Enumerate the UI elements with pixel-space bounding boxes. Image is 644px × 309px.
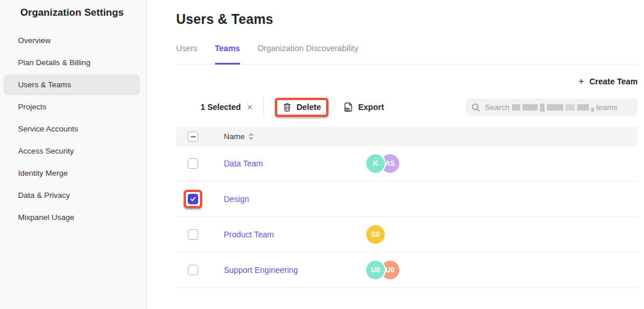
plus-icon: + [578, 77, 584, 86]
member-avatars: S0 [366, 225, 385, 244]
page-title: Users & Teams [176, 12, 638, 27]
redacted-text-block [577, 104, 589, 111]
sidebar-item-overview[interactable]: Overview [3, 30, 140, 51]
app-root: Organization Settings OverviewPlan Detai… [0, 0, 644, 309]
team-name-cell: Data Team [224, 159, 366, 168]
table-header-row: Name [176, 127, 638, 146]
delete-button[interactable]: Delete [282, 102, 321, 112]
sidebar-item-data-privacy[interactable]: Data & Privacy [3, 185, 140, 206]
row-checkbox-cell [176, 229, 224, 240]
tab-teams[interactable]: Teams [215, 44, 240, 65]
member-avatars: U0U0 [366, 261, 399, 279]
search-icon [471, 103, 480, 112]
row-checkbox-support-engineering[interactable] [188, 265, 198, 275]
export-label: Export [358, 102, 384, 112]
row-checkbox-cell [176, 158, 224, 169]
svg-text:csv: csv [345, 108, 349, 111]
table-row-design: Design [176, 182, 638, 217]
table-row-data-team: Data TeamKAS [176, 146, 638, 182]
team-name-link-product-team[interactable]: Product Team [224, 230, 274, 239]
actions-row: + Create Team [176, 76, 638, 87]
sidebar-item-access-security[interactable]: Access Security [3, 141, 140, 162]
sidebar-item-projects[interactable]: Projects [3, 97, 140, 118]
export-button[interactable]: csv Export [344, 102, 384, 112]
avatar[interactable]: U0 [366, 261, 385, 279]
sidebar-item-service-accounts[interactable]: Service Accounts [3, 119, 140, 140]
selection-summary: 1 Selected ✕ [201, 102, 253, 112]
csv-file-icon: csv [344, 102, 353, 112]
sidebar-title: Organization Settings [0, 0, 146, 19]
row-checkbox-design[interactable] [188, 194, 198, 204]
member-avatars: KAS [366, 154, 399, 173]
delete-highlight-box: Delete [275, 98, 328, 117]
sidebar-item-mixpanel-usage[interactable]: Mixpanel Usage [3, 207, 140, 228]
delete-label: Delete [296, 102, 321, 112]
select-all-checkbox[interactable] [188, 132, 198, 142]
avatar[interactable]: S0 [366, 225, 385, 244]
team-name-cell: Design [224, 194, 366, 204]
team-name-cell: Product Team [224, 230, 366, 239]
check-icon [189, 196, 196, 203]
row-checkbox-product-team[interactable] [188, 229, 198, 240]
trash-icon [282, 102, 292, 112]
team-name-link-design[interactable]: Design [224, 194, 249, 204]
redacted-text-block [547, 104, 563, 111]
redacted-text-block [523, 104, 538, 111]
row-checkbox-cell [176, 265, 224, 275]
sidebar-item-plan-details-billing[interactable]: Plan Details & Billing [3, 52, 140, 73]
team-name-cell: Support Engineering [224, 265, 366, 275]
checkbox-highlight-box [184, 190, 202, 208]
create-team-label: Create Team [589, 77, 638, 86]
table-row-support-engineering: Support EngineeringU0U0 [176, 253, 638, 288]
search-placeholder: Search teams [485, 103, 618, 112]
sidebar-item-users-teams[interactable]: Users & Teams [3, 74, 140, 95]
row-checkbox-cell [176, 190, 224, 208]
tab-users[interactable]: Users [176, 44, 198, 65]
search-input[interactable]: Search teams [466, 98, 638, 116]
sidebar-nav: OverviewPlan Details & BillingUsers & Te… [0, 30, 146, 228]
team-name-link-support-engineering[interactable]: Support Engineering [224, 265, 298, 275]
selected-count-label: 1 Selected [201, 102, 241, 112]
table-body: Data TeamKASDesignProduct TeamS0Support … [176, 146, 638, 288]
redacted-text-block [591, 108, 594, 112]
redacted-text-block [566, 104, 575, 111]
row-checkbox-data-team[interactable] [188, 158, 198, 169]
tab-bar: UsersTeamsOrganization Discoverability [176, 44, 638, 65]
redacted-text-block [540, 104, 545, 112]
tab-organization-discoverability[interactable]: Organization Discoverability [257, 44, 359, 65]
table-row-product-team: Product TeamS0 [176, 217, 638, 253]
sort-icon[interactable] [249, 133, 253, 140]
clear-selection-icon[interactable]: ✕ [246, 103, 253, 112]
teams-table: Name Data TeamKASDesignProduct TeamS0Sup… [176, 127, 638, 288]
redacted-text-block [512, 104, 520, 111]
avatar[interactable]: K [366, 154, 385, 173]
main-content: Users & Teams UsersTeamsOrganization Dis… [147, 0, 644, 309]
sidebar: Organization Settings OverviewPlan Detai… [0, 0, 146, 309]
sidebar-item-identity-merge[interactable]: Identity Merge [3, 163, 140, 184]
create-team-button[interactable]: + Create Team [578, 77, 638, 86]
toolbar-divider [263, 97, 264, 118]
column-header-name[interactable]: Name [224, 132, 245, 141]
bulk-actions-toolbar: 1 Selected ✕ Delete [176, 95, 638, 119]
team-name-link-data-team[interactable]: Data Team [224, 159, 263, 168]
